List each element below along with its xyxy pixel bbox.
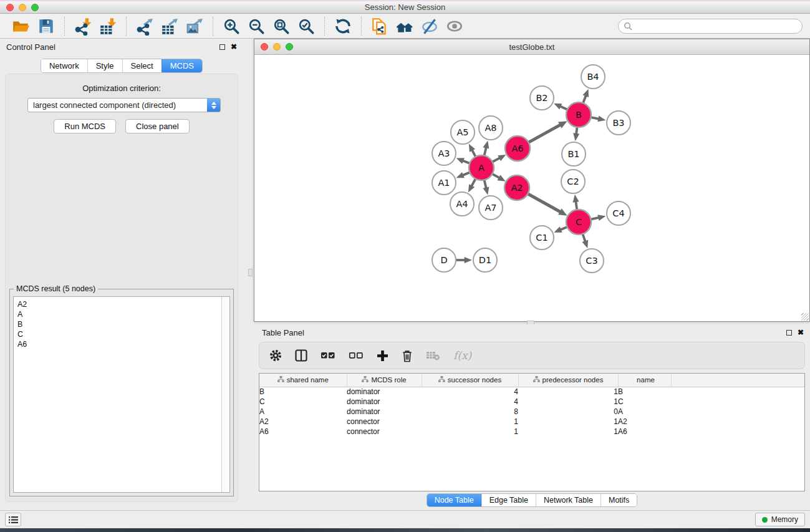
graph-node-B1[interactable]: B1: [562, 142, 586, 166]
search-field[interactable]: [618, 19, 803, 34]
graph-node-A8[interactable]: A8: [479, 116, 503, 140]
graph-node-A4[interactable]: A4: [450, 192, 474, 216]
export-image-icon[interactable]: [184, 16, 205, 37]
graph-edge-A-A7[interactable]: [484, 179, 486, 188]
graph-edge-C-C3[interactable]: [582, 233, 586, 242]
mcds-result-item[interactable]: A6: [14, 339, 229, 349]
import-table-icon[interactable]: [97, 16, 118, 37]
export-table-icon[interactable]: [159, 16, 180, 37]
column-header-predecessor-nodes[interactable]: predecessor nodes: [518, 374, 618, 387]
show-visibility-icon[interactable]: [444, 16, 465, 37]
graph-node-A7[interactable]: A7: [479, 196, 503, 220]
graph-node-B[interactable]: B: [566, 102, 591, 127]
splitter-handle[interactable]: [248, 269, 253, 276]
settings-gear-icon[interactable]: [269, 349, 282, 362]
float-panel-icon[interactable]: [786, 330, 792, 336]
zoom-in-icon[interactable]: [221, 16, 242, 37]
criterion-select[interactable]: largest connected component (directed): [27, 98, 221, 112]
resize-gripper-icon[interactable]: [801, 313, 809, 321]
tab-network-table[interactable]: Network Table: [536, 494, 600, 506]
graph-node-C2[interactable]: C2: [561, 170, 585, 193]
zoom-fit-icon[interactable]: [271, 16, 292, 37]
task-history-button[interactable]: [5, 513, 21, 526]
duplicate-network-icon[interactable]: [369, 16, 390, 37]
mcds-result-item[interactable]: C: [14, 329, 229, 339]
refresh-icon[interactable]: [332, 16, 354, 37]
network-window-titlebar[interactable]: testGlobe.txt: [254, 39, 809, 55]
close-panel-icon[interactable]: ✖: [798, 329, 804, 336]
run-mcds-button[interactable]: Run MCDS: [54, 119, 116, 133]
graph-node-D1[interactable]: D1: [473, 248, 497, 272]
float-panel-icon[interactable]: [219, 44, 225, 50]
graph-node-D[interactable]: D: [432, 248, 456, 272]
select-all-icon[interactable]: [321, 350, 335, 361]
minimize-window-button[interactable]: [19, 4, 26, 11]
table-row[interactable]: A2connector11A2: [259, 417, 805, 427]
graph-edge-C-C4[interactable]: [591, 218, 600, 220]
close-panel-icon[interactable]: ✖: [231, 43, 237, 51]
mcds-result-list[interactable]: A2ABCA6: [13, 296, 230, 493]
save-icon[interactable]: [36, 16, 57, 37]
search-input[interactable]: [632, 21, 797, 31]
delete-table-icon[interactable]: [426, 350, 440, 361]
network-minimize-button[interactable]: [273, 43, 281, 51]
open-folder-icon[interactable]: [11, 16, 32, 37]
show-column-icon[interactable]: [295, 349, 307, 362]
column-header-shared-name[interactable]: shared name: [259, 374, 347, 387]
home-icon[interactable]: [394, 16, 415, 37]
tab-style[interactable]: Style: [87, 59, 122, 72]
graph-node-A6[interactable]: A6: [505, 136, 530, 161]
zoom-out-icon[interactable]: [246, 16, 267, 37]
column-header-mcds-role[interactable]: MCDS role: [347, 374, 422, 387]
network-canvas[interactable]: B4B2BB3B1A5A8A6A3AA1A4A7A2C2CC4C1C3DD1: [254, 55, 809, 321]
graph-edge-A-A2[interactable]: [492, 173, 500, 178]
graph-node-C4[interactable]: C4: [607, 201, 630, 225]
column-header-name[interactable]: name: [618, 374, 671, 387]
add-row-icon[interactable]: [377, 350, 388, 362]
graph-node-C3[interactable]: C3: [580, 249, 604, 273]
close-panel-button[interactable]: Close panel: [125, 119, 190, 133]
graph-edge-A2-C[interactable]: [528, 193, 561, 212]
graph-edge-A-A4[interactable]: [471, 178, 476, 187]
zoom-window-button[interactable]: [31, 4, 39, 11]
graph-node-A1[interactable]: A1: [432, 171, 456, 195]
export-network-icon[interactable]: [134, 16, 155, 37]
graph-node-A2[interactable]: A2: [504, 175, 529, 200]
zoom-selected-icon[interactable]: [296, 16, 317, 37]
tab-network[interactable]: Network: [41, 59, 87, 72]
close-window-button[interactable]: [6, 4, 14, 11]
graph-edge-A-A8[interactable]: [484, 147, 486, 156]
table-row[interactable]: Cdominator41C: [259, 397, 805, 407]
graph-node-B4[interactable]: B4: [581, 65, 605, 89]
graph-edge-A6-B[interactable]: [528, 125, 561, 143]
graph-node-A5[interactable]: A5: [451, 120, 475, 144]
column-header-successor-nodes[interactable]: successor nodes: [422, 374, 518, 387]
tab-select[interactable]: Select: [122, 59, 162, 72]
hide-visibility-icon[interactable]: [419, 16, 440, 37]
graph-node-A3[interactable]: A3: [432, 142, 456, 165]
graph-edge-B-B3[interactable]: [591, 117, 600, 119]
tab-motifs[interactable]: Motifs: [600, 494, 637, 506]
table-row[interactable]: Bdominator41B: [259, 387, 805, 397]
network-close-button[interactable]: [261, 43, 268, 51]
table-row[interactable]: A6connector11A6: [259, 427, 805, 437]
scrollbar-track[interactable]: [221, 297, 229, 492]
tab-mcds[interactable]: MCDS: [162, 59, 202, 72]
graph-node-C[interactable]: C: [566, 210, 591, 235]
graph-edge-C-C2[interactable]: [576, 201, 577, 210]
graph-node-A[interactable]: A: [469, 155, 494, 180]
deselect-all-icon[interactable]: [349, 350, 364, 361]
graph-node-B2[interactable]: B2: [530, 86, 554, 110]
table-row[interactable]: Adominator80A: [259, 407, 805, 417]
tab-edge-table[interactable]: Edge Table: [481, 494, 536, 506]
graph-node-B3[interactable]: B3: [607, 111, 630, 135]
function-builder-icon[interactable]: f(x): [453, 349, 471, 362]
mcds-result-item[interactable]: A2: [14, 297, 229, 309]
mcds-result-item[interactable]: B: [14, 319, 229, 329]
mcds-result-item[interactable]: A: [14, 309, 229, 319]
network-zoom-button[interactable]: [286, 43, 293, 51]
graph-edge-A-A6[interactable]: [492, 158, 501, 162]
memory-button[interactable]: Memory: [755, 513, 805, 526]
graph-node-C1[interactable]: C1: [530, 226, 554, 249]
import-network-icon[interactable]: [72, 16, 94, 37]
